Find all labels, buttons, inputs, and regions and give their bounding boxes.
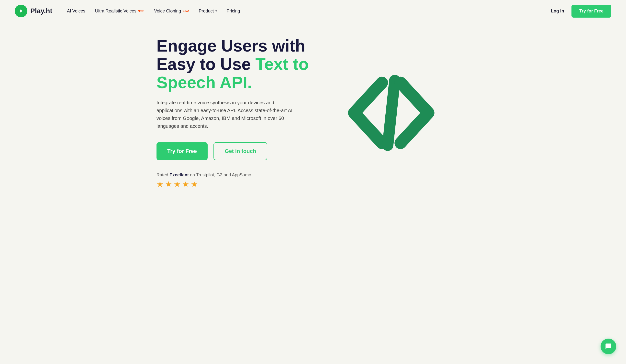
- logo[interactable]: Play.ht: [15, 5, 52, 17]
- rating-pre: Rated: [156, 172, 169, 177]
- nav-ultra-realistic-label: Ultra Realistic Voices: [95, 8, 136, 14]
- hero-visual: [313, 64, 470, 162]
- hero-title-green-2: Speech API.: [156, 73, 252, 92]
- nav-ultra-realistic[interactable]: Ultra Realistic Voices New!: [95, 8, 144, 14]
- star-4: ★: [182, 180, 189, 189]
- star-1: ★: [156, 180, 164, 189]
- get-in-touch-button[interactable]: Get in touch: [213, 142, 267, 160]
- hero-buttons: Try for Free Get in touch: [156, 142, 313, 160]
- navbar: Play.ht AI Voices Ultra Realistic Voices…: [0, 0, 626, 22]
- star-2: ★: [165, 180, 172, 189]
- star-5: ★: [191, 180, 198, 189]
- chat-icon: [605, 343, 612, 350]
- hero-title-green-1: Text to: [255, 55, 309, 73]
- code-bracket-icon: [345, 64, 438, 162]
- logo-text: Play.ht: [30, 7, 52, 15]
- nav-ai-voices-label: AI Voices: [67, 8, 85, 14]
- nav-links: AI Voices Ultra Realistic Voices New! Vo…: [67, 8, 551, 14]
- nav-product[interactable]: Product ▾: [198, 8, 217, 14]
- voice-cloning-badge: New!: [182, 9, 189, 12]
- ultra-realistic-badge: New!: [138, 9, 144, 12]
- hero-content: Engage Users with Easy to Use Text to Sp…: [156, 37, 313, 189]
- hero-description: Integrate real-time voice synthesis in y…: [156, 99, 293, 130]
- svg-line-0: [388, 80, 395, 145]
- rating-post: on Trustpilot, G2 and AppSumo: [189, 172, 251, 177]
- star-3: ★: [174, 180, 181, 189]
- logo-icon: [15, 5, 27, 17]
- nav-voice-cloning[interactable]: Voice Cloning New!: [154, 8, 189, 14]
- nav-try-free-button[interactable]: Try for Free: [571, 5, 611, 18]
- hero-section: Engage Users with Easy to Use Text to Sp…: [142, 22, 484, 208]
- rating-bold: Excellent: [169, 172, 189, 177]
- nav-pricing[interactable]: Pricing: [227, 8, 240, 14]
- chat-button[interactable]: [601, 339, 616, 354]
- product-chevron-icon: ▾: [215, 9, 217, 13]
- hero-title: Engage Users with Easy to Use Text to Sp…: [156, 37, 313, 91]
- try-free-button[interactable]: Try for Free: [156, 142, 208, 160]
- rating-text: Rated Excellent on Trustpilot, G2 and Ap…: [156, 172, 251, 178]
- nav-product-label: Product: [198, 8, 214, 14]
- nav-voice-cloning-label: Voice Cloning: [154, 8, 181, 14]
- play-icon: [18, 8, 24, 14]
- rating-section: Rated Excellent on Trustpilot, G2 and Ap…: [156, 172, 313, 189]
- hero-title-line2-prefix: Easy to Use: [156, 55, 255, 73]
- hero-title-line1: Engage Users with: [156, 36, 305, 55]
- nav-right: Log in Try for Free: [551, 5, 611, 18]
- star-rating: ★ ★ ★ ★ ★: [156, 180, 198, 189]
- nav-pricing-label: Pricing: [227, 8, 240, 14]
- login-link[interactable]: Log in: [551, 8, 564, 14]
- nav-ai-voices[interactable]: AI Voices: [67, 8, 85, 14]
